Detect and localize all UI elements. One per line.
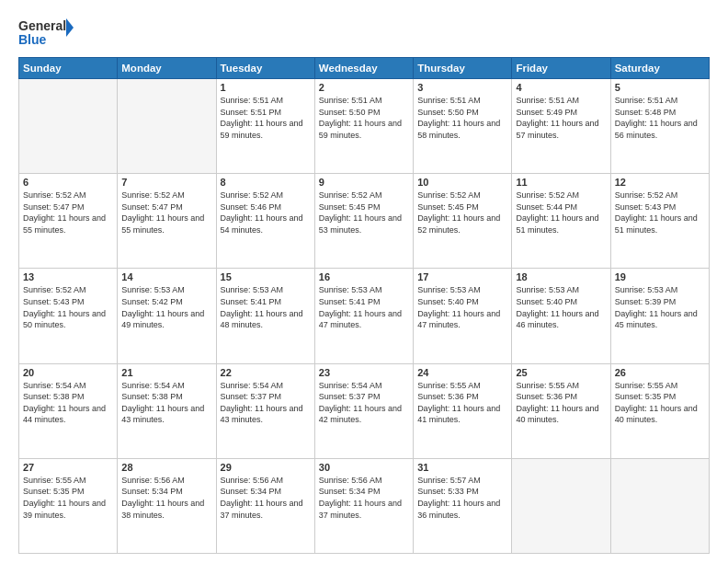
day-header-friday: Friday bbox=[512, 58, 610, 79]
day-header-sunday: Sunday bbox=[19, 58, 118, 79]
header: GeneralBlue bbox=[18, 17, 710, 50]
page: GeneralBlue SundayMondayTuesdayWednesday… bbox=[0, 0, 728, 563]
day-info: Sunrise: 5:53 AMSunset: 5:42 PMDaylight:… bbox=[121, 284, 211, 330]
day-cell bbox=[512, 458, 610, 553]
day-number: 4 bbox=[516, 82, 606, 93]
day-number: 23 bbox=[319, 367, 409, 378]
day-info: Sunrise: 5:55 AMSunset: 5:35 PMDaylight:… bbox=[615, 380, 705, 426]
day-info: Sunrise: 5:56 AMSunset: 5:34 PMDaylight:… bbox=[121, 475, 211, 521]
svg-text:General: General bbox=[18, 18, 66, 33]
day-info: Sunrise: 5:51 AMSunset: 5:49 PMDaylight:… bbox=[516, 95, 606, 141]
logo-svg: GeneralBlue bbox=[18, 17, 74, 50]
day-info: Sunrise: 5:53 AMSunset: 5:39 PMDaylight:… bbox=[615, 284, 705, 330]
day-number: 7 bbox=[121, 177, 211, 188]
day-number: 27 bbox=[23, 462, 113, 473]
day-cell: 15Sunrise: 5:53 AMSunset: 5:41 PMDayligh… bbox=[216, 269, 314, 363]
day-number: 19 bbox=[615, 271, 705, 282]
day-cell: 5Sunrise: 5:51 AMSunset: 5:48 PMDaylight… bbox=[610, 79, 709, 174]
day-number: 9 bbox=[319, 177, 409, 188]
day-cell: 16Sunrise: 5:53 AMSunset: 5:41 PMDayligh… bbox=[314, 269, 413, 363]
day-number: 21 bbox=[121, 367, 211, 378]
day-info: Sunrise: 5:52 AMSunset: 5:43 PMDaylight:… bbox=[23, 284, 113, 330]
day-cell bbox=[19, 79, 118, 174]
day-info: Sunrise: 5:52 AMSunset: 5:44 PMDaylight:… bbox=[516, 190, 606, 236]
day-info: Sunrise: 5:51 AMSunset: 5:50 PMDaylight:… bbox=[319, 95, 409, 141]
day-number: 31 bbox=[417, 462, 507, 473]
day-info: Sunrise: 5:53 AMSunset: 5:40 PMDaylight:… bbox=[516, 284, 606, 330]
svg-marker-2 bbox=[66, 18, 74, 37]
day-cell: 21Sunrise: 5:54 AMSunset: 5:38 PMDayligh… bbox=[118, 363, 216, 458]
day-number: 14 bbox=[121, 271, 211, 282]
week-row-2: 6Sunrise: 5:52 AMSunset: 5:47 PMDaylight… bbox=[19, 174, 710, 269]
week-row-1: 1Sunrise: 5:51 AMSunset: 5:51 PMDaylight… bbox=[19, 79, 710, 174]
day-cell: 31Sunrise: 5:57 AMSunset: 5:33 PMDayligh… bbox=[414, 458, 512, 553]
day-header-monday: Monday bbox=[118, 58, 216, 79]
day-cell bbox=[610, 458, 709, 553]
day-info: Sunrise: 5:52 AMSunset: 5:47 PMDaylight:… bbox=[23, 190, 113, 236]
day-info: Sunrise: 5:54 AMSunset: 5:37 PMDaylight:… bbox=[221, 380, 311, 426]
day-cell: 9Sunrise: 5:52 AMSunset: 5:45 PMDaylight… bbox=[314, 174, 413, 269]
day-info: Sunrise: 5:53 AMSunset: 5:41 PMDaylight:… bbox=[221, 284, 311, 330]
day-cell: 19Sunrise: 5:53 AMSunset: 5:39 PMDayligh… bbox=[610, 269, 709, 363]
day-number: 20 bbox=[23, 367, 113, 378]
day-number: 1 bbox=[221, 82, 311, 93]
day-number: 16 bbox=[319, 271, 409, 282]
day-info: Sunrise: 5:57 AMSunset: 5:33 PMDaylight:… bbox=[417, 475, 507, 521]
day-info: Sunrise: 5:54 AMSunset: 5:38 PMDaylight:… bbox=[121, 380, 211, 426]
day-cell: 20Sunrise: 5:54 AMSunset: 5:38 PMDayligh… bbox=[19, 363, 118, 458]
day-cell: 28Sunrise: 5:56 AMSunset: 5:34 PMDayligh… bbox=[118, 458, 216, 553]
day-header-tuesday: Tuesday bbox=[216, 58, 314, 79]
day-cell: 7Sunrise: 5:52 AMSunset: 5:47 PMDaylight… bbox=[118, 174, 216, 269]
day-header-thursday: Thursday bbox=[414, 58, 512, 79]
day-number: 13 bbox=[23, 271, 113, 282]
day-info: Sunrise: 5:56 AMSunset: 5:34 PMDaylight:… bbox=[221, 475, 311, 521]
day-info: Sunrise: 5:55 AMSunset: 5:36 PMDaylight:… bbox=[516, 380, 606, 426]
day-cell: 11Sunrise: 5:52 AMSunset: 5:44 PMDayligh… bbox=[512, 174, 610, 269]
day-info: Sunrise: 5:54 AMSunset: 5:37 PMDaylight:… bbox=[319, 380, 409, 426]
day-info: Sunrise: 5:52 AMSunset: 5:45 PMDaylight:… bbox=[417, 190, 507, 236]
day-cell: 23Sunrise: 5:54 AMSunset: 5:37 PMDayligh… bbox=[314, 363, 413, 458]
day-info: Sunrise: 5:52 AMSunset: 5:47 PMDaylight:… bbox=[121, 190, 211, 236]
day-info: Sunrise: 5:52 AMSunset: 5:46 PMDaylight:… bbox=[221, 190, 311, 236]
day-number: 15 bbox=[221, 271, 311, 282]
day-number: 3 bbox=[417, 82, 507, 93]
day-info: Sunrise: 5:53 AMSunset: 5:40 PMDaylight:… bbox=[417, 284, 507, 330]
day-number: 2 bbox=[319, 82, 409, 93]
day-number: 17 bbox=[417, 271, 507, 282]
day-cell: 3Sunrise: 5:51 AMSunset: 5:50 PMDaylight… bbox=[414, 79, 512, 174]
day-number: 24 bbox=[417, 367, 507, 378]
day-cell: 10Sunrise: 5:52 AMSunset: 5:45 PMDayligh… bbox=[414, 174, 512, 269]
day-info: Sunrise: 5:51 AMSunset: 5:51 PMDaylight:… bbox=[221, 95, 311, 141]
day-info: Sunrise: 5:51 AMSunset: 5:48 PMDaylight:… bbox=[615, 95, 705, 141]
day-number: 5 bbox=[615, 82, 705, 93]
day-info: Sunrise: 5:52 AMSunset: 5:45 PMDaylight:… bbox=[319, 190, 409, 236]
day-cell: 2Sunrise: 5:51 AMSunset: 5:50 PMDaylight… bbox=[314, 79, 413, 174]
day-number: 30 bbox=[319, 462, 409, 473]
day-info: Sunrise: 5:54 AMSunset: 5:38 PMDaylight:… bbox=[23, 380, 113, 426]
day-number: 28 bbox=[121, 462, 211, 473]
day-cell: 26Sunrise: 5:55 AMSunset: 5:35 PMDayligh… bbox=[610, 363, 709, 458]
day-info: Sunrise: 5:53 AMSunset: 5:41 PMDaylight:… bbox=[319, 284, 409, 330]
day-cell: 13Sunrise: 5:52 AMSunset: 5:43 PMDayligh… bbox=[19, 269, 118, 363]
day-number: 8 bbox=[221, 177, 311, 188]
day-number: 12 bbox=[615, 177, 705, 188]
day-number: 6 bbox=[23, 177, 113, 188]
day-info: Sunrise: 5:51 AMSunset: 5:50 PMDaylight:… bbox=[417, 95, 507, 141]
day-info: Sunrise: 5:52 AMSunset: 5:43 PMDaylight:… bbox=[615, 190, 705, 236]
day-cell: 18Sunrise: 5:53 AMSunset: 5:40 PMDayligh… bbox=[512, 269, 610, 363]
day-cell: 12Sunrise: 5:52 AMSunset: 5:43 PMDayligh… bbox=[610, 174, 709, 269]
day-number: 22 bbox=[221, 367, 311, 378]
day-number: 26 bbox=[615, 367, 705, 378]
day-number: 18 bbox=[516, 271, 606, 282]
day-cell: 24Sunrise: 5:55 AMSunset: 5:36 PMDayligh… bbox=[414, 363, 512, 458]
day-cell: 25Sunrise: 5:55 AMSunset: 5:36 PMDayligh… bbox=[512, 363, 610, 458]
calendar-table: SundayMondayTuesdayWednesdayThursdayFrid… bbox=[18, 57, 710, 554]
day-cell: 6Sunrise: 5:52 AMSunset: 5:47 PMDaylight… bbox=[19, 174, 118, 269]
week-row-4: 20Sunrise: 5:54 AMSunset: 5:38 PMDayligh… bbox=[19, 363, 710, 458]
svg-text:Blue: Blue bbox=[18, 32, 47, 47]
day-number: 25 bbox=[516, 367, 606, 378]
day-cell: 14Sunrise: 5:53 AMSunset: 5:42 PMDayligh… bbox=[118, 269, 216, 363]
day-cell: 30Sunrise: 5:56 AMSunset: 5:34 PMDayligh… bbox=[314, 458, 413, 553]
header-row: SundayMondayTuesdayWednesdayThursdayFrid… bbox=[19, 58, 710, 79]
day-cell: 4Sunrise: 5:51 AMSunset: 5:49 PMDaylight… bbox=[512, 79, 610, 174]
